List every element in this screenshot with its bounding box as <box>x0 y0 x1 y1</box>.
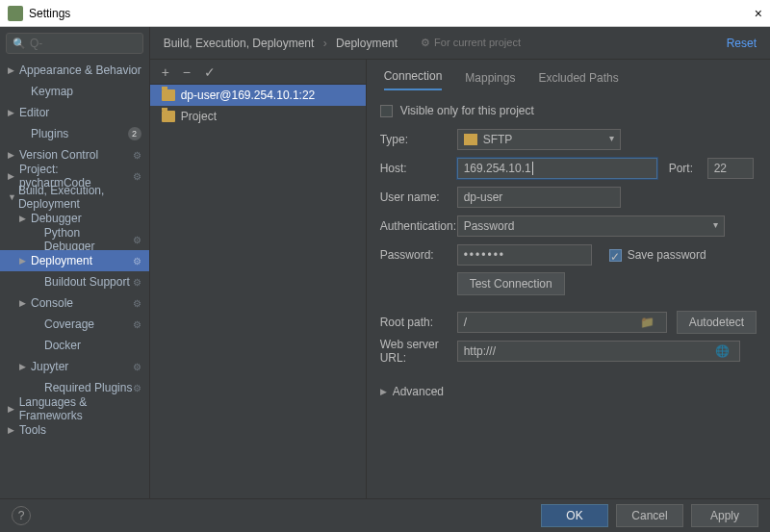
test-connection-button[interactable]: Test Connection <box>457 272 565 295</box>
sidebar-item[interactable]: ▼Build, Execution, Deployment <box>0 187 149 208</box>
globe-icon[interactable]: 🌐 <box>715 344 733 358</box>
sidebar-item[interactable]: ▶Appearance & Behavior <box>0 60 149 81</box>
server-list-panel: + − ✓ dp-user@169.254.10.1:22Project <box>150 60 367 498</box>
add-server-button[interactable]: + <box>162 64 169 80</box>
sidebar-item[interactable]: ▶Console⚙ <box>0 292 149 314</box>
close-icon[interactable]: × <box>755 6 762 21</box>
server-icon <box>464 134 477 145</box>
root-path-label: Root path: <box>380 316 457 329</box>
server-list-item[interactable]: Project <box>150 106 366 127</box>
port-label: Port: <box>669 162 707 175</box>
username-input[interactable]: dp-user <box>457 187 621 208</box>
dialog-footer: ? OK Cancel Apply <box>0 498 770 531</box>
tab-mappings[interactable]: Mappings <box>465 71 515 90</box>
web-url-input[interactable]: http:///🌐 <box>457 341 740 362</box>
type-label: Type: <box>380 133 457 146</box>
breadcrumb-row: Build, Execution, Deployment › Deploymen… <box>150 27 770 60</box>
mark-default-button[interactable]: ✓ <box>204 64 216 80</box>
server-list-item[interactable]: dp-user@169.254.10.1:22 <box>150 85 366 106</box>
save-password-checkbox[interactable]: ✓ <box>609 249 622 262</box>
type-select[interactable]: SFTP <box>457 129 621 150</box>
search-input[interactable]: 🔍 Q- <box>6 33 143 54</box>
tab-connection[interactable]: Connection <box>384 69 443 90</box>
advanced-section[interactable]: ▶ Advanced <box>380 377 757 406</box>
sidebar-item[interactable]: ▶Jupyter⚙ <box>0 356 149 377</box>
window-title: Settings <box>29 7 755 20</box>
for-current-project-label: ⚙For current project <box>421 37 521 49</box>
search-icon: 🔍 <box>13 38 26 50</box>
web-url-label: Web server URL: <box>380 338 457 365</box>
password-label: Password: <box>380 248 457 262</box>
cancel-button[interactable]: Cancel <box>616 504 683 527</box>
sidebar-item[interactable]: Coverage⚙ <box>0 314 149 335</box>
title-bar: Settings × <box>0 0 770 27</box>
sidebar-item[interactable]: Buildout Support⚙ <box>0 271 149 292</box>
server-icon <box>162 89 175 101</box>
app-icon <box>8 6 23 21</box>
host-input[interactable]: 169.254.10.1 <box>457 158 657 179</box>
port-input[interactable]: 22 <box>707 158 754 179</box>
sidebar-item[interactable]: Python Debugger⚙ <box>0 229 149 250</box>
server-icon <box>162 111 175 122</box>
ok-button[interactable]: OK <box>541 504 608 527</box>
root-path-input[interactable]: /📁 <box>457 312 667 333</box>
auth-select[interactable]: Password <box>457 215 725 237</box>
tab-excluded[interactable]: Excluded Paths <box>538 71 618 90</box>
deployment-tabs: Connection Mappings Excluded Paths <box>380 60 757 90</box>
remove-server-button[interactable]: − <box>183 64 191 80</box>
browse-icon[interactable]: 📁 <box>640 316 660 329</box>
username-label: User name: <box>380 190 457 204</box>
sidebar-item[interactable]: ▶Tools <box>0 419 149 441</box>
server-toolbar: + − ✓ <box>150 60 366 85</box>
autodetect-button[interactable]: Autodetect <box>677 311 757 334</box>
auth-label: Authentication: <box>380 219 457 233</box>
help-button[interactable]: ? <box>12 506 31 525</box>
settings-tree: ▶Appearance & BehaviorKeymap▶EditorPlugi… <box>0 60 149 498</box>
visible-only-label: Visible only for this project <box>400 104 534 117</box>
apply-button[interactable]: Apply <box>691 504 758 527</box>
settings-sidebar: 🔍 Q- ▶Appearance & BehaviorKeymap▶Editor… <box>0 27 150 498</box>
sidebar-item[interactable]: ▶Languages & Frameworks <box>0 398 149 419</box>
sidebar-item[interactable]: Docker <box>0 335 149 356</box>
sidebar-item[interactable]: ▶Editor <box>0 102 149 123</box>
reset-link[interactable]: Reset <box>727 37 757 50</box>
visible-only-checkbox[interactable] <box>380 105 393 117</box>
sidebar-item[interactable]: ▶Deployment⚙ <box>0 250 149 271</box>
breadcrumb: Build, Execution, Deployment › Deploymen… <box>164 37 398 50</box>
save-password-label: Save password <box>628 248 706 262</box>
password-input[interactable]: ••••••• <box>457 244 592 266</box>
host-label: Host: <box>380 162 457 175</box>
sidebar-item[interactable]: Keymap <box>0 81 149 102</box>
connection-form: Connection Mappings Excluded Paths Visib… <box>367 60 770 498</box>
sidebar-item[interactable]: Plugins2 <box>0 123 149 144</box>
